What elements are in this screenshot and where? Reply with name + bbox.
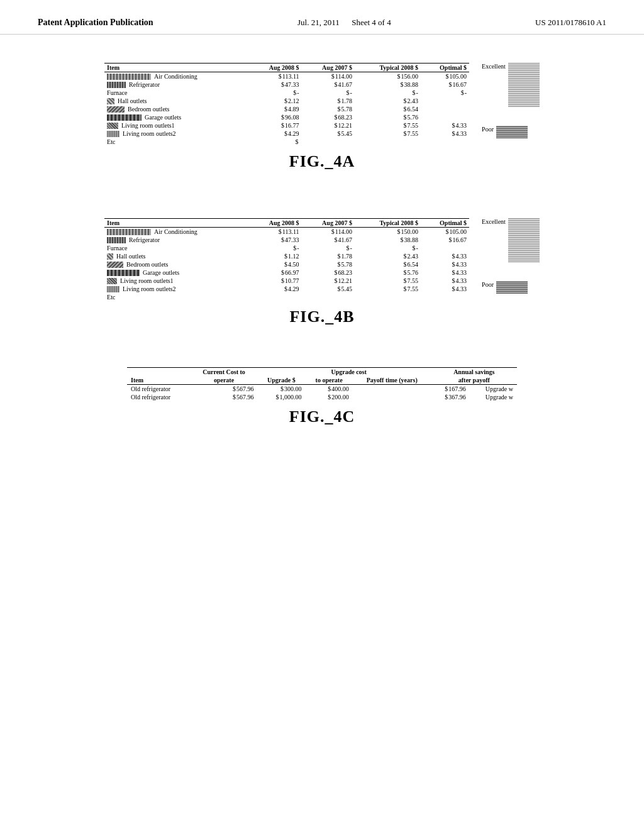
cell-aug2008: $47.33	[248, 236, 301, 244]
legend-poor-label: Poor	[482, 281, 494, 288]
cell-item: Furnace	[104, 89, 248, 97]
cell-aug2008	[248, 293, 301, 301]
cell-item: Air Conditioning	[104, 72, 248, 81]
table-row: Living room outlets2$4.29$5.45$7.55$4.33	[104, 130, 469, 138]
cell-optimal	[421, 105, 469, 113]
table-row: Hall outlets$1.12$1.78$2.43$4.33	[104, 252, 469, 260]
cell-aug2008: $-	[248, 244, 301, 252]
cell-upgrade: $1,000.00	[257, 393, 305, 401]
cell-aug2008: $10.77	[248, 277, 301, 285]
cell-item: Living room outlets1	[104, 277, 248, 285]
table-row: Bedroom outlets$4.50$5.78$6.54$4.33	[104, 260, 469, 268]
cell-optimal: $4.33	[421, 130, 469, 138]
col-typical: Typical 2008 $	[355, 64, 421, 72]
fig4b-chart: Item Aug 2008 $ Aug 2007 $ Typical 2008 …	[104, 218, 540, 301]
fig4c-header-row2: Item operate Upgrade $ to operate Payoff…	[127, 376, 517, 385]
table-row: Living room outlets1$16.77$12.21$7.55$4.…	[104, 121, 469, 130]
cell-aug2008: $16.77	[248, 121, 301, 130]
cell-item: Old refrigerator	[127, 385, 191, 394]
fig4a-chart: Item Aug 2008 $ Aug 2007 $ Typical 2008 …	[104, 63, 540, 146]
cell-optimal	[421, 113, 469, 121]
legend-excellent-bar	[508, 218, 540, 262]
cell-typical: $38.88	[355, 236, 421, 244]
table-header-row: Item Aug 2008 $ Aug 2007 $ Typical 2008 …	[104, 219, 469, 228]
cell-optimal: $4.33	[421, 285, 469, 293]
cell-upgrade: $300.00	[257, 385, 305, 394]
table-row: Garage outlets$96.08$68.23$5.76	[104, 113, 469, 121]
cell-empty	[392, 393, 431, 401]
cell-optimal	[421, 138, 469, 146]
legend-poor-item: Poor	[482, 126, 557, 138]
table-row: Living room outlets1$10.77$12.21$7.55$4.…	[104, 277, 469, 285]
content-area: Item Aug 2008 $ Aug 2007 $ Typical 2008 …	[0, 35, 644, 470]
col-annual-savings: Annual savings	[431, 368, 517, 377]
col-aug2008: Aug 2008 $	[248, 64, 301, 72]
header: Patent Application Publication Jul. 21, …	[0, 0, 644, 35]
table-row: Old refrigerator$567.96$300.00$400.00$16…	[127, 385, 517, 394]
cell-aug2007: $-	[302, 244, 355, 252]
col-optimal: Optimal $	[421, 64, 469, 72]
header-publication: Patent Application Publication	[38, 18, 153, 28]
cell-aug2007: $-	[302, 89, 355, 97]
table-row: Air Conditioning$113.11$114.00$156.00$10…	[104, 72, 469, 81]
cell-typical: $-	[355, 89, 421, 97]
header-sheet: Sheet 4 of 4	[352, 18, 391, 27]
col-payoff: Payoff time (years)	[353, 376, 431, 385]
cell-optimal	[421, 293, 469, 301]
cell-item: Hall outlets	[104, 97, 248, 105]
table-row: Air Conditioning$113.11$114.00$150.00$10…	[104, 228, 469, 236]
cell-aug2008: $4.29	[248, 130, 301, 138]
table-header-row: Item Aug 2008 $ Aug 2007 $ Typical 2008 …	[104, 64, 469, 72]
fig4c-title: FIG._4C	[289, 407, 355, 426]
fig4b-title: FIG._4B	[289, 307, 354, 326]
cell-payoff	[353, 393, 392, 401]
cell-aug2007: $1.78	[302, 252, 355, 260]
cell-optimal: $105.00	[421, 228, 469, 236]
col-operate: operate	[191, 376, 258, 385]
fig4c-header-row1: Current Cost to Upgrade cost Annual savi…	[127, 368, 517, 377]
cell-typical: $7.55	[355, 285, 421, 293]
legend-poor-bar	[496, 126, 528, 138]
cell-typical: $156.00	[355, 72, 421, 81]
table-row: Refrigerator$47.33$41.67$38.88$16.67	[104, 80, 469, 89]
cell-typical	[355, 293, 421, 301]
legend-poor-item: Poor	[482, 281, 557, 294]
cell-aug2007: $5.78	[302, 105, 355, 113]
col-after-payoff: after payoff	[431, 376, 517, 385]
cell-item: Living room outlets2	[104, 285, 248, 293]
header-date: Jul. 21, 2011	[297, 18, 340, 27]
cell-aug2008: $4.29	[248, 285, 301, 293]
cell-aug2008: $113.11	[248, 228, 301, 236]
cell-optimal: $4.33	[421, 252, 469, 260]
cell-typical: $-	[355, 244, 421, 252]
cell-payoff	[353, 385, 392, 394]
cell-aug2007: $5.45	[302, 285, 355, 293]
header-patent-number: US 2011/0178610 A1	[535, 18, 606, 28]
cell-aug2008: $4.89	[248, 105, 301, 113]
cell-typical: $2.43	[355, 97, 421, 105]
fig4a-table-area: Item Aug 2008 $ Aug 2007 $ Typical 2008 …	[104, 63, 469, 146]
cell-optimal: $-	[421, 89, 469, 97]
table-row: Living room outlets2$4.29$5.45$7.55$4.33	[104, 285, 469, 293]
cell-note: Upgrade w	[470, 393, 517, 401]
cell-aug2008: $47.33	[248, 80, 301, 89]
fig4b-table: Item Aug 2008 $ Aug 2007 $ Typical 2008 …	[104, 218, 469, 301]
table-row: Furnace$-$-$-	[104, 244, 469, 252]
fig4c-table-area: Current Cost to Upgrade cost Annual savi…	[127, 367, 517, 401]
cell-typical: $7.55	[355, 130, 421, 138]
cell-item: Living room outlets1	[104, 121, 248, 130]
col-empty2	[257, 368, 305, 377]
cell-typical: $7.55	[355, 277, 421, 285]
cell-optimal: $4.33	[421, 268, 469, 277]
cell-aug2008: $66.97	[248, 268, 301, 277]
table-row: Old refrigerator$567.96$1,000.00$200.00$…	[127, 393, 517, 401]
col-current-cost: Current Cost to	[191, 368, 258, 377]
cell-aug2007: $114.00	[302, 228, 355, 236]
cell-item: Refrigerator	[104, 80, 248, 89]
fig4a-legend: Excellent Poor	[482, 63, 557, 138]
cell-aug2007: $12.21	[302, 277, 355, 285]
cell-aug2007: $41.67	[302, 80, 355, 89]
table-row: Refrigerator$47.33$41.67$38.88$16.67	[104, 236, 469, 244]
header-date-sheet: Jul. 21, 2011 Sheet 4 of 4	[297, 18, 391, 28]
fig4a-table: Item Aug 2008 $ Aug 2007 $ Typical 2008 …	[104, 63, 469, 146]
